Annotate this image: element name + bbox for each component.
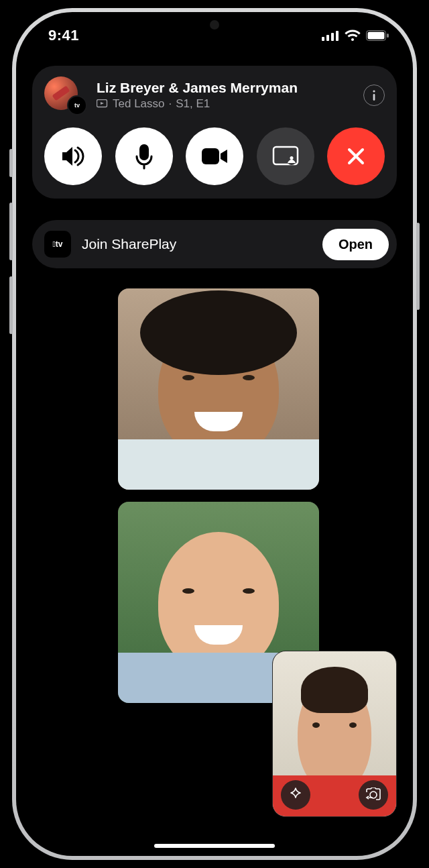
svg-rect-9 [373, 94, 375, 101]
call-controls [44, 127, 385, 185]
shareplay-open-button[interactable]: Open [322, 229, 389, 260]
end-call-button[interactable] [327, 127, 385, 185]
call-info-button[interactable] [363, 85, 385, 106]
status-right [322, 30, 389, 42]
svg-rect-0 [322, 37, 324, 41]
shareplay-banner: tv Join SharePlay Open [32, 220, 397, 268]
svg-rect-6 [387, 34, 389, 38]
battery-icon [366, 30, 389, 41]
status-time: 9:41 [48, 27, 79, 44]
now-playing-subtitle: Ted Lasso · S1, E1 [97, 97, 354, 111]
svg-rect-3 [336, 31, 339, 41]
call-controls-card: tv Liz Breyer & James Merryman Ted Lasso… [32, 66, 397, 199]
screen: 9:41 [16, 12, 413, 856]
appletv-app-icon: tv [44, 231, 71, 258]
shareplay-icon [97, 99, 109, 109]
svg-rect-1 [326, 35, 329, 41]
svg-point-14 [290, 156, 293, 160]
participants-title: Liz Breyer & James Merryman [97, 80, 354, 96]
svg-rect-5 [368, 32, 385, 40]
notch [134, 12, 295, 38]
wifi-icon [345, 30, 361, 42]
svg-rect-2 [331, 33, 334, 41]
participant-video-tile-1[interactable] [118, 288, 319, 490]
home-indicator[interactable] [154, 844, 275, 848]
call-header: tv Liz Breyer & James Merryman Ted Lasso… [44, 76, 385, 114]
side-button[interactable] [416, 223, 420, 310]
share-screen-button[interactable] [257, 127, 314, 185]
svg-rect-10 [139, 144, 149, 160]
speaker-button[interactable] [44, 127, 102, 185]
self-video-pip[interactable] [272, 651, 397, 817]
appletv-badge-icon: tv [67, 95, 87, 115]
shareplay-prompt: Join SharePlay [82, 236, 312, 252]
participant-avatar[interactable]: tv [44, 76, 87, 114]
cellular-icon [322, 30, 339, 41]
camera-effects-button[interactable] [281, 780, 310, 810]
volume-down-button[interactable] [9, 276, 13, 334]
flip-camera-button[interactable] [359, 780, 388, 810]
svg-point-8 [373, 90, 375, 92]
mute-switch[interactable] [9, 149, 13, 177]
mute-button[interactable] [115, 127, 173, 185]
camera-toggle-button[interactable] [186, 127, 243, 185]
volume-up-button[interactable] [9, 203, 13, 260]
iphone-frame: 9:41 [12, 8, 417, 860]
svg-rect-11 [202, 148, 219, 164]
